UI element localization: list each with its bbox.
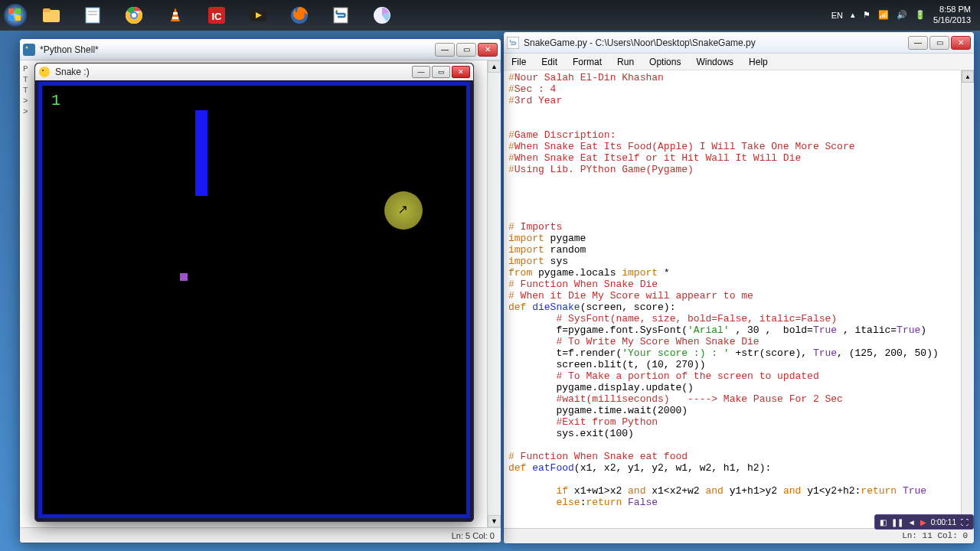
menu-help[interactable]: Help [741,57,776,67]
idle-line-indicator: Ln: 11 [902,530,933,542]
scroll-up-icon[interactable]: ▲ [488,60,501,73]
idle-col-indicator: Col: 0 [937,530,968,542]
svg-rect-4 [15,15,21,21]
maximize-button[interactable]: ▭ [929,36,949,50]
svg-rect-1 [8,8,14,14]
taskbar-app-vlc[interactable] [155,2,195,28]
taskbar-app-notepad[interactable] [73,2,113,28]
media-controls: ◧ ❚❚ ◄ ▶ 0:00:11 ⛶ [874,514,974,530]
shell-col-indicator: Col: 0 [472,531,495,540]
media-prev-button[interactable]: ◄ [908,518,916,527]
code-editor[interactable]: #Nour Salah El-Din Khashan#Sec : 4#3rd Y… [508,72,960,508]
svg-rect-15 [172,17,178,19]
svg-rect-24 [23,44,35,56]
taskbar-app-chrome[interactable] [114,2,154,28]
idle-menubar: File Edit Format Run Options Windows Hel… [504,54,974,70]
clock-date: 5/16/2013 [933,15,971,25]
flag-icon[interactable]: ⚑ [863,10,871,20]
svg-rect-6 [43,8,51,12]
clock-time: 8:58 PM [933,5,971,15]
menu-format[interactable]: Format [565,57,609,67]
menu-edit[interactable]: Edit [534,57,565,67]
scroll-up-icon[interactable]: ▲ [962,70,974,83]
close-button[interactable]: ✕ [951,36,971,50]
svg-point-0 [4,4,27,27]
idle-scrollbar[interactable]: ▲ ▼ [961,70,974,530]
idle-title: SnakeGame.py - C:\Users\Noor\Desktop\Sna… [524,37,906,48]
svg-rect-2 [15,8,21,14]
svg-point-25 [26,46,28,48]
game-title: Snake :) [55,67,410,77]
media-app-icon[interactable]: ◧ [880,518,887,527]
svg-rect-7 [86,8,100,23]
svg-point-26 [39,67,50,77]
tray-chevron-icon[interactable]: ▴ [851,10,855,20]
menu-windows[interactable]: Windows [688,57,741,67]
media-elapsed: 0:00:11 [931,518,956,527]
idle-editor-window: SnakeGame.py - C:\Users\Noor\Desktop\Sna… [503,31,975,544]
svg-text:IC: IC [212,11,223,22]
volume-icon[interactable]: 🔊 [897,10,907,20]
shell-titlebar[interactable]: *Python Shell* — ▭ ✕ [20,39,501,60]
shell-scrollbar[interactable]: ▲ ▼ [487,60,501,527]
menu-run[interactable]: Run [609,57,642,67]
maximize-button[interactable]: ▭ [432,66,450,78]
media-expand-button[interactable]: ⛶ [961,518,969,527]
media-pause-button[interactable]: ❚❚ [891,518,903,527]
maximize-button[interactable]: ▭ [456,43,476,57]
media-play-button[interactable]: ▶ [920,518,926,527]
taskbar-app-firefox[interactable] [279,2,319,28]
taskbar: IC EN ▴ ⚑ 📶 🔊 🔋 8:58 PM 5/16/2013 [0,0,980,31]
taskbar-app-analytics[interactable] [362,2,402,28]
minimize-button[interactable]: — [908,36,928,50]
start-button[interactable] [0,0,31,31]
close-button[interactable]: ✕ [452,66,470,78]
scroll-down-icon[interactable]: ▼ [488,515,501,527]
taskbar-app-explorer[interactable] [31,2,71,28]
idle-titlebar[interactable]: SnakeGame.py - C:\Users\Noor\Desktop\Sna… [504,32,974,54]
svg-point-12 [132,13,136,18]
svg-rect-28 [507,37,519,49]
shell-line-indicator: Ln: 5 [452,531,470,540]
snake-body [195,110,207,196]
minimize-button[interactable]: — [412,66,430,78]
system-tray: EN ▴ ⚑ 📶 🔊 🔋 8:58 PM 5/16/2013 [831,5,980,24]
svg-point-22 [337,9,338,11]
svg-rect-14 [173,12,178,15]
snake-food [180,273,188,281]
game-titlebar[interactable]: Snake :) — ▭ ✕ [35,64,473,80]
shell-statusbar: Ln: 5 Col: 0 [20,527,501,543]
taskbar-app-mediaplayer[interactable] [238,2,278,28]
taskbar-app-ic[interactable]: IC [197,2,237,28]
python-icon [23,44,35,56]
menu-options[interactable]: Options [642,57,688,67]
shell-title: *Python Shell* [40,44,433,55]
python-file-icon [507,37,519,49]
minimize-button[interactable]: — [435,43,455,57]
clock[interactable]: 8:58 PM 5/16/2013 [933,5,971,24]
snake-game-window: Snake :) — ▭ ✕ 1 [34,63,474,522]
game-canvas[interactable]: 1 [38,82,470,518]
close-button[interactable]: ✕ [478,43,498,57]
taskbar-app-python-idle[interactable] [321,2,361,28]
pygame-icon [38,66,51,78]
svg-rect-3 [8,15,14,21]
network-icon[interactable]: 📶 [878,10,889,20]
menu-file[interactable]: File [504,57,534,67]
game-score: 1 [51,92,60,109]
language-indicator[interactable]: EN [831,11,843,20]
svg-point-27 [42,70,44,71]
battery-icon[interactable]: 🔋 [915,10,926,20]
idle-statusbar: Ln: 11 Col: 0 [504,528,974,543]
